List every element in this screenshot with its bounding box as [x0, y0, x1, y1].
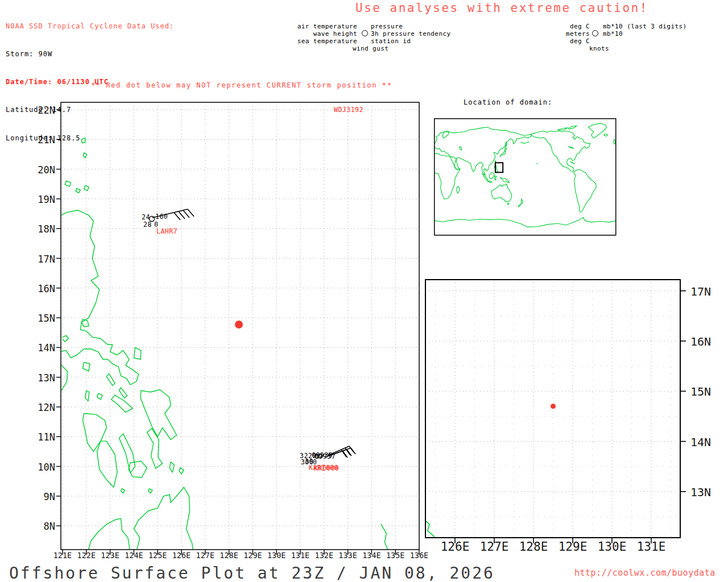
zoom-map-lat-label: 15N	[690, 385, 711, 398]
storm-position-dot	[235, 321, 243, 329]
main-map-canvas	[54, 100, 424, 563]
legend-pressure-label: pressure	[371, 23, 403, 30]
lahr7-sea-temp: 28	[143, 221, 152, 228]
storm-info-id: Storm: 90W	[6, 49, 174, 59]
zoom-map-canvas	[421, 275, 691, 548]
legend-tendency-label: 3h pressure tendency	[371, 30, 450, 38]
main-map-lon-label: 132E	[312, 551, 336, 560]
station-circle-icon	[362, 30, 368, 36]
main-map-lon-label: 133E	[336, 551, 360, 560]
main-map-lon-label: 123E	[98, 551, 122, 560]
main-map-lat-label: 13N	[32, 372, 55, 384]
station-circle-icon	[592, 30, 598, 36]
zoom-map-lon-label: 126E	[439, 540, 471, 554]
cluster-value: 09957	[315, 452, 336, 460]
lahr7-pressure: 160	[155, 213, 168, 221]
main-map-lon-label: 125E	[146, 551, 169, 560]
main-map-lon-label: 130E	[264, 551, 288, 560]
main-map-lon-label: 129E	[241, 551, 264, 560]
zoom-map-lat-label: 13N	[690, 485, 711, 499]
main-map-lat-label: 12N	[32, 402, 55, 413]
main-map-lat-label: 9N	[32, 491, 55, 502]
legend-pressure-unit: mb*10 (last 3 digits)	[603, 23, 686, 30]
zoom-map-lon-label: 131E	[635, 540, 667, 554]
main-map-lat-label: 8N	[32, 521, 55, 532]
main-map-lon-label: 135E	[383, 551, 407, 560]
legend-wind-gust-label: wind gust	[353, 45, 388, 52]
main-map-lat-label: 20N	[32, 164, 55, 176]
main-map-lon-label: 134E	[359, 551, 383, 560]
zoom-map-lon-label: 128E	[518, 540, 549, 554]
zoom-map-lon-label: 127E	[478, 540, 510, 554]
source-url-link[interactable]: http://coolwx.com/buoydata	[574, 568, 715, 578]
storm-info-source: NOAA SSD Tropical Cyclone Data Used:	[6, 22, 174, 31]
main-map-lat-label: 21N	[32, 134, 55, 146]
main-map-lat-label: 14N	[32, 342, 55, 354]
plot-title: Offshore Surface Plot at 23Z / JAN 08, 2…	[9, 564, 495, 582]
main-map-lon-label: 131E	[288, 551, 312, 560]
storm-position-dot-zoom	[551, 404, 556, 409]
legend-air-temp-label: air temperature	[284, 23, 357, 30]
weather-plot-page: NOAA SSD Tropical Cyclone Data Used: Sto…	[0, 0, 728, 582]
main-map-lat-label: 22N	[32, 105, 55, 116]
inset-title: Location of domain:	[464, 98, 552, 106]
main-map-lat-label: 11N	[32, 431, 55, 443]
main-map-lon-label: 128E	[217, 551, 241, 560]
cluster-station-id: KRD000	[314, 464, 340, 472]
main-map-lat-label: 18N	[32, 223, 55, 235]
lahr7-air-temp: 24	[142, 213, 150, 221]
main-map-lon-label: 122E	[75, 551, 98, 560]
legend-sea-temp-label: sea temperature	[284, 38, 357, 45]
legend-sea-temp-unit: deg C	[543, 38, 590, 45]
zoom-map-lat-label: 14N	[690, 435, 711, 449]
storm-position-warning: ** Red dot below may NOT represent CURRE…	[91, 81, 392, 89]
zoom-map-lat-label: 16N	[690, 335, 711, 348]
caution-headline: Use analyses with extreme caution!	[355, 1, 648, 15]
main-map-lat-label: 16N	[32, 283, 55, 294]
main-map-lon-label: 127E	[193, 551, 217, 560]
zoom-map-lon-label: 130E	[596, 540, 628, 554]
legend-air-temp-unit: deg C	[543, 23, 590, 30]
main-map-lon-label: 124E	[122, 551, 146, 560]
zoom-map-lat-label: 17N	[690, 285, 711, 298]
station-id-lahr7: LAHR7	[156, 227, 177, 235]
main-map-lon-label: 136E	[407, 551, 431, 560]
main-map-lat-label: 15N	[32, 313, 55, 324]
station-id-wdj3192: WDJ3192	[334, 106, 363, 114]
main-map-lat-label: 10N	[32, 462, 55, 473]
legend-wind-gust-unit: knots	[589, 45, 609, 52]
zoom-map-lon-label: 129E	[557, 540, 589, 554]
main-map-lat-label: 19N	[32, 194, 55, 205]
main-map-lon-label: 121E	[51, 551, 75, 560]
main-map-lat-label: 17N	[32, 253, 55, 265]
legend-station-id-label: station id	[371, 38, 411, 45]
legend-wave-height-unit: meters	[543, 30, 590, 38]
legend-tendency-unit: mb*10	[603, 30, 623, 38]
legend-wave-height-label: wave height	[284, 30, 357, 38]
main-map-lon-label: 126E	[169, 551, 193, 560]
world-inset-canvas	[434, 118, 617, 236]
